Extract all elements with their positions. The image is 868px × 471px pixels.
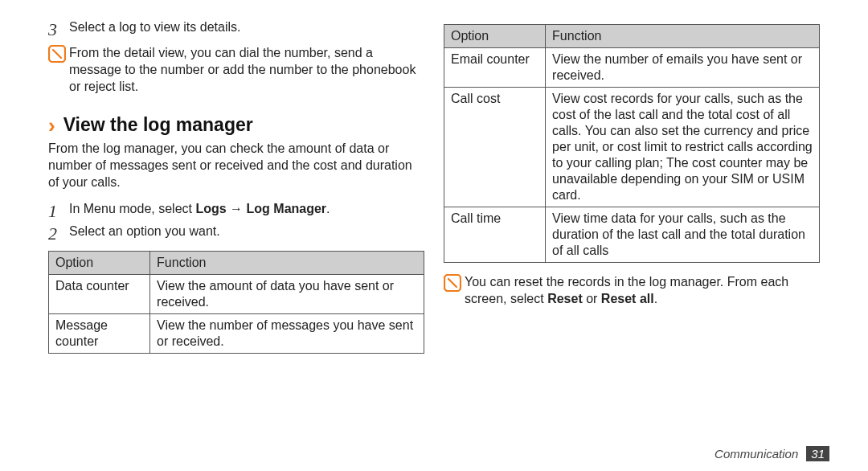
step-3: 3 Select a log to view its details. [48, 19, 424, 39]
cell-option: Call time [444, 207, 546, 263]
note2-b1: Reset [547, 292, 583, 305]
step-number: 2 [48, 223, 69, 243]
cell-option: Email counter [444, 48, 546, 88]
note2-mid: or [583, 292, 601, 305]
section-intro: From the log manager, you can check the … [48, 141, 424, 190]
step-2: 2 Select an option you want. [48, 223, 424, 243]
chevron-icon: › [48, 115, 55, 136]
table-row: Message counter View the number of messa… [49, 313, 424, 353]
options-table-left: Option Function Data counter View the am… [48, 251, 424, 354]
right-column: Option Function Email counter View the n… [434, 19, 829, 461]
table-row: Data counter View the amount of data you… [49, 274, 424, 313]
step-number: 3 [48, 19, 69, 39]
note-block: You can reset the records in the log man… [444, 274, 820, 308]
step-number: 1 [48, 201, 69, 220]
step1-bold: Logs → Log Manager [195, 202, 326, 215]
cell-function: View the number of emails you have sent … [546, 48, 820, 88]
table-row: Call time View time data for your calls,… [444, 207, 820, 263]
step1-post: . [326, 202, 330, 215]
note-text: From the detail view, you can dial the n… [69, 45, 424, 95]
step1-pre: In Menu mode, select [69, 202, 195, 215]
note-block: From the detail view, you can dial the n… [48, 45, 424, 95]
th-option: Option [444, 25, 546, 48]
section-title: View the log manager [63, 114, 253, 136]
step-text: Select an option you want. [69, 223, 220, 240]
options-table-right: Option Function Email counter View the n… [444, 24, 820, 263]
table-row: Call cost View cost records for your cal… [444, 88, 820, 207]
cell-function: View cost records for your calls, such a… [546, 88, 820, 207]
cell-function: View the number of messages you have sen… [150, 313, 424, 353]
note-icon [48, 45, 69, 63]
cell-option: Data counter [49, 274, 150, 313]
note2-post: . [654, 292, 657, 305]
note-icon [444, 274, 465, 292]
th-option: Option [49, 251, 150, 274]
step-text: In Menu mode, select Logs → Log Manager. [69, 201, 330, 218]
table-header-row: Option Function [49, 251, 424, 274]
note2-b2: Reset all [601, 292, 654, 305]
th-function: Function [546, 25, 820, 48]
step-1: 1 In Menu mode, select Logs → Log Manage… [48, 201, 424, 220]
page-footer: Communication 31 [714, 446, 829, 461]
cell-function: View the amount of data you have sent or… [150, 274, 424, 313]
cell-function: View time data for your calls, such as t… [546, 207, 820, 263]
table-header-row: Option Function [444, 25, 820, 48]
svg-line-1 [53, 50, 61, 58]
left-column: 3 Select a log to view its details. From… [39, 19, 434, 461]
note-text: You can reset the records in the log man… [465, 274, 820, 308]
footer-section: Communication [714, 447, 798, 461]
table-row: Email counter View the number of emails … [444, 48, 820, 88]
th-function: Function [150, 251, 424, 274]
svg-line-3 [448, 279, 457, 287]
step-text: Select a log to view its details. [69, 19, 240, 36]
manual-page: 3 Select a log to view its details. From… [0, 0, 868, 471]
cell-option: Message counter [49, 313, 150, 353]
section-header: › View the log manager [48, 114, 424, 136]
cell-option: Call cost [444, 88, 546, 207]
footer-page-number: 31 [806, 446, 829, 461]
